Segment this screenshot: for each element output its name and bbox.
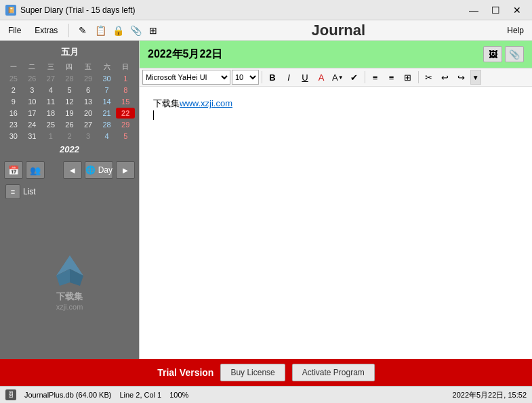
calendar-day-19[interactable]: 14	[98, 96, 117, 107]
toolbar-edit-icon[interactable]: ✎	[75, 22, 91, 39]
calendar-day-29[interactable]: 24	[23, 119, 42, 130]
cut-button[interactable]: ✂	[422, 70, 436, 85]
calendar-day-33[interactable]: 28	[98, 119, 117, 130]
bold-button[interactable]: B	[265, 70, 280, 85]
calendar-day-16[interactable]: 11	[41, 96, 60, 107]
calendar-day-36[interactable]: 31	[23, 131, 42, 142]
calendar-day-32[interactable]: 27	[79, 119, 98, 130]
calendar-day-37[interactable]: 1	[41, 131, 60, 142]
toolbar: ✎ 📋 🔒 📎 ⊞	[75, 22, 161, 39]
day-label: Day	[98, 165, 112, 175]
calendar-day-7[interactable]: 2	[4, 85, 23, 96]
font-color-button[interactable]: A	[314, 70, 329, 85]
font-size-select[interactable]: 8 9 10 11 12	[232, 70, 259, 85]
calendar-day-10[interactable]: 5	[60, 85, 79, 96]
calendar: 五月 一 二 三 四 五 六 日 25262728293012345678910…	[0, 41, 139, 158]
calendar-day-21[interactable]: 16	[4, 108, 23, 119]
calendar-day-2[interactable]: 27	[41, 73, 60, 84]
date-icon-2[interactable]: 📎	[505, 46, 524, 62]
calendar-day-13[interactable]: 8	[116, 85, 135, 96]
weekday-sat: 六	[98, 62, 117, 72]
entry-link[interactable]: www.xzji.com	[180, 98, 232, 108]
toolbar-grid-icon[interactable]: ⊞	[145, 22, 161, 39]
calendar-day-31[interactable]: 26	[60, 119, 79, 130]
app-icon: 📔	[5, 5, 16, 16]
calendar-view-button[interactable]: 📅	[4, 161, 23, 179]
activate-program-button[interactable]: Activate Program	[292, 364, 375, 381]
calendar-day-41[interactable]: 5	[116, 131, 135, 142]
format-scroll-btn[interactable]: ▼	[470, 70, 481, 85]
toolbar-attach-icon[interactable]: 📎	[127, 22, 144, 39]
redo-button[interactable]: ↪	[454, 70, 469, 85]
close-button[interactable]: ✕	[508, 3, 527, 18]
sidebar-watermark: 下载集 xzji.com	[0, 202, 139, 359]
sidebar-nav: 📅 👥 ◄ 🌐 Day ►	[0, 158, 139, 182]
calendar-day-17[interactable]: 12	[60, 96, 79, 107]
calendar-day-6[interactable]: 1	[116, 73, 135, 84]
calendar-day-4[interactable]: 29	[79, 73, 98, 84]
calendar-day-28[interactable]: 23	[4, 119, 23, 130]
font-family-select[interactable]: Microsoft YaHei UI Arial Times New Roman…	[142, 70, 230, 85]
watermark-text: 下载集	[56, 291, 83, 303]
calendar-day-14[interactable]: 9	[4, 96, 23, 107]
calendar-day-3[interactable]: 28	[60, 73, 79, 84]
highlight-color-button[interactable]: A▼	[330, 70, 346, 85]
prev-day-button[interactable]: ◄	[63, 161, 82, 179]
calendar-day-35[interactable]: 30	[4, 131, 23, 142]
calendar-day-8[interactable]: 3	[23, 85, 42, 96]
calendar-day-25[interactable]: 20	[79, 108, 98, 119]
calendar-day-9[interactable]: 4	[41, 85, 60, 96]
date-icon-1[interactable]: 🖼	[483, 46, 502, 62]
calendar-day-1[interactable]: 26	[23, 73, 42, 84]
watermark-sub: xzji.com	[56, 303, 83, 311]
weekday-sun: 日	[116, 62, 135, 72]
calendar-day-11[interactable]: 6	[79, 85, 98, 96]
calendar-day-26[interactable]: 21	[98, 108, 117, 119]
undo-button[interactable]: ↩	[438, 70, 453, 85]
calendar-day-34[interactable]: 29	[116, 119, 135, 130]
menu-extras[interactable]: Extras	[29, 23, 63, 38]
buy-license-button[interactable]: Buy License	[220, 364, 285, 381]
calendar-month: 五月	[4, 45, 135, 60]
italic-button[interactable]: I	[281, 70, 296, 85]
calendar-day-38[interactable]: 2	[60, 131, 79, 142]
weekday-tue: 二	[23, 62, 42, 72]
help-link[interactable]: Help	[502, 23, 529, 38]
toolbar-clipboard-icon[interactable]: 📋	[92, 22, 108, 39]
list-button[interactable]: ≡ List	[0, 182, 139, 202]
db-icon: 🗄	[5, 389, 16, 400]
journal-title: Journal	[178, 22, 499, 39]
calendar-day-18[interactable]: 13	[79, 96, 98, 107]
calendar-day-27[interactable]: 22	[116, 108, 135, 119]
calendar-day-15[interactable]: 10	[23, 96, 42, 107]
editor-content[interactable]: 下载集www.xzji.com	[140, 87, 532, 359]
list-label: List	[23, 187, 36, 196]
menu-file[interactable]: File	[3, 23, 26, 38]
minimize-button[interactable]: —	[464, 3, 483, 18]
calendar-day-20[interactable]: 15	[116, 96, 135, 107]
underline-button[interactable]: U	[298, 70, 312, 85]
calendar-day-30[interactable]: 25	[41, 119, 60, 130]
calendar-day-39[interactable]: 3	[79, 131, 98, 142]
window-title: Super Diary (Trial - 15 days left)	[20, 5, 136, 15]
calendar-weekdays: 一 二 三 四 五 六 日	[4, 62, 135, 72]
calendar-day-24[interactable]: 19	[60, 108, 79, 119]
toolbar-lock-icon[interactable]: 🔒	[110, 22, 126, 39]
eraser-button[interactable]: ✔	[347, 70, 362, 85]
list-view-button[interactable]: 👥	[26, 161, 45, 179]
calendar-day-40[interactable]: 4	[98, 131, 117, 142]
maximize-button[interactable]: ☐	[486, 3, 505, 18]
calendar-day-5[interactable]: 30	[98, 73, 117, 84]
calendar-day-0[interactable]: 25	[4, 73, 23, 84]
table-button[interactable]: ⊞	[401, 70, 415, 85]
calendar-day-23[interactable]: 18	[41, 108, 60, 119]
calendar-year: 2022	[4, 144, 135, 154]
calendar-day-22[interactable]: 17	[23, 108, 42, 119]
status-bar: 🗄 JournalPlus.db (64.00 KB) Line 2, Col …	[0, 386, 532, 403]
main-area: 五月 一 二 三 四 五 六 日 25262728293012345678910…	[0, 41, 532, 359]
calendar-day-12[interactable]: 7	[98, 85, 117, 96]
numbered-list-button[interactable]: ≡	[384, 70, 399, 85]
bullet-list-button[interactable]: ≡	[368, 70, 383, 85]
day-button[interactable]: 🌐 Day	[85, 161, 113, 179]
next-day-button[interactable]: ►	[116, 161, 135, 179]
